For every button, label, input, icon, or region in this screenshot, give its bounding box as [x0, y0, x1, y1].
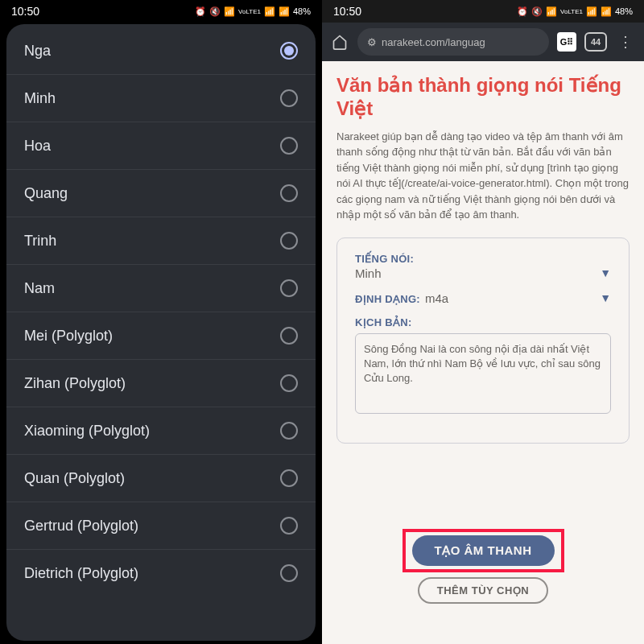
- voice-option[interactable]: Zihan (Polyglot): [6, 360, 316, 407]
- voice-option-label: Quan (Polyglot): [24, 470, 125, 487]
- script-row: KỊCH BẢN:: [355, 316, 611, 417]
- wifi-icon: 📶: [546, 6, 557, 17]
- voice-label: TIẾNG NÓI:: [355, 253, 611, 265]
- chevron-down-icon: ▼: [600, 291, 611, 304]
- signal-icon-2: 📶: [601, 6, 612, 17]
- voice-option[interactable]: Xiaoming (Polyglot): [6, 407, 316, 455]
- voice-option-label: Zihan (Polyglot): [24, 375, 126, 392]
- voice-option-label: Xiaoming (Polyglot): [24, 423, 150, 440]
- radio-icon: [280, 517, 298, 535]
- voice-value: Minh: [355, 266, 382, 280]
- voice-option[interactable]: Minh: [6, 75, 316, 122]
- radio-icon: [280, 137, 298, 155]
- status-time: 10:50: [333, 5, 361, 18]
- signal-icon: 📶: [264, 6, 275, 17]
- battery-label: 48%: [293, 6, 311, 16]
- create-audio-button[interactable]: TẠO ÂM THANH: [412, 535, 555, 566]
- voice-picker-panel: NgaMinhHoaQuangTrinhNamMei (Polyglot)Zih…: [6, 24, 316, 641]
- voice-option-label: Hoa: [24, 138, 51, 155]
- format-value: m4a: [425, 291, 448, 305]
- browser-toolbar: ⚙ narakeet.com/languag G⠿ 44 ⋮: [322, 23, 644, 61]
- battery-label: 48%: [615, 6, 633, 16]
- voice-select-row[interactable]: TIẾNG NÓI: Minh ▼: [355, 253, 611, 280]
- radio-icon: [280, 469, 298, 487]
- button-area: TẠO ÂM THANH THÊM TÙY CHỌN: [322, 529, 644, 604]
- url-bar[interactable]: ⚙ narakeet.com/languag: [357, 28, 549, 56]
- page-title: Văn bản thành giọng nói Tiếng Việt: [336, 74, 630, 121]
- status-time: 10:50: [11, 5, 39, 18]
- format-select-row[interactable]: ĐỊNH DẠNG: m4a ▼: [355, 291, 611, 305]
- voice-option-label: Dietrich (Polyglot): [24, 565, 138, 582]
- radio-icon: [280, 184, 298, 202]
- radio-icon: [280, 42, 298, 60]
- voice-option[interactable]: Nam: [6, 265, 316, 312]
- radio-icon: [280, 327, 298, 345]
- status-bar: 10:50 ⏰ 🔇 📶 VoLTE1 📶 📶 48%: [0, 0, 322, 23]
- voice-option-label: Quang: [24, 185, 68, 202]
- voice-option[interactable]: Gertrud (Polyglot): [6, 502, 316, 550]
- voice-option-label: Trinh: [24, 233, 56, 250]
- voice-option[interactable]: Hoa: [6, 122, 316, 170]
- url-text: narakeet.com/languag: [382, 36, 485, 48]
- radio-icon: [280, 232, 298, 250]
- radio-icon: [280, 422, 298, 440]
- voice-option[interactable]: Dietrich (Polyglot): [6, 550, 316, 597]
- voice-option-label: Mei (Polyglot): [24, 328, 113, 345]
- format-label: ĐỊNH DẠNG:: [355, 293, 420, 305]
- voice-option[interactable]: Nga: [6, 27, 316, 75]
- radio-icon: [280, 374, 298, 392]
- radio-icon: [280, 89, 298, 107]
- home-icon[interactable]: [330, 32, 349, 52]
- tab-count-button[interactable]: 44: [584, 32, 607, 52]
- wifi-icon: 📶: [224, 6, 235, 17]
- alarm-icon: ⏰: [195, 6, 206, 17]
- overflow-menu-icon[interactable]: ⋮: [615, 33, 636, 51]
- translate-icon[interactable]: G⠿: [557, 32, 576, 52]
- browser-screen: 10:50 ⏰ 🔇 📶 VoLTE1 📶 📶 48% ⚙ narakeet.co…: [322, 0, 644, 644]
- voice-picker-screen: 10:50 ⏰ 🔇 📶 VoLTE1 📶 📶 48% NgaMinhHoaQua…: [0, 0, 322, 644]
- script-label: KỊCH BẢN:: [355, 316, 611, 328]
- script-textarea[interactable]: [355, 333, 611, 414]
- voice-option-label: Nga: [24, 43, 51, 60]
- mute-icon: 🔇: [209, 6, 221, 17]
- voice-option[interactable]: Quan (Polyglot): [6, 455, 316, 502]
- signal-icon-2: 📶: [279, 6, 290, 17]
- radio-icon: [280, 279, 298, 297]
- alarm-icon: ⏰: [517, 6, 528, 17]
- voice-option[interactable]: Mei (Polyglot): [6, 312, 316, 360]
- voice-option-label: Gertrud (Polyglot): [24, 518, 138, 535]
- volte-label: VoLTE1: [238, 8, 261, 15]
- tts-form-card: TIẾNG NÓI: Minh ▼ ĐỊNH DẠNG: m4a ▼ KỊCH …: [336, 237, 630, 444]
- mute-icon: 🔇: [531, 6, 543, 17]
- voice-option[interactable]: Quang: [6, 170, 316, 217]
- chevron-down-icon: ▼: [600, 266, 611, 279]
- voice-option[interactable]: Trinh: [6, 217, 316, 265]
- site-settings-icon: ⚙: [367, 36, 377, 48]
- signal-icon: 📶: [586, 6, 597, 17]
- page-description: Narakeet giúp bạn dễ dàng tạo video và t…: [336, 129, 630, 223]
- radio-icon: [280, 564, 298, 582]
- status-bar: 10:50 ⏰ 🔇 📶 VoLTE1 📶 📶 48%: [322, 0, 644, 23]
- voice-option-label: Minh: [24, 90, 56, 107]
- status-indicators: ⏰ 🔇 📶 VoLTE1 📶 📶 48%: [517, 6, 633, 17]
- more-options-button[interactable]: THÊM TÙY CHỌN: [418, 577, 548, 604]
- page-content: Văn bản thành giọng nói Tiếng Việt Narak…: [322, 61, 644, 644]
- status-indicators: ⏰ 🔇 📶 VoLTE1 📶 📶 48%: [195, 6, 311, 17]
- volte-label: VoLTE1: [560, 8, 583, 15]
- highlight-annotation: TẠO ÂM THANH: [402, 529, 564, 572]
- voice-option-label: Nam: [24, 280, 55, 297]
